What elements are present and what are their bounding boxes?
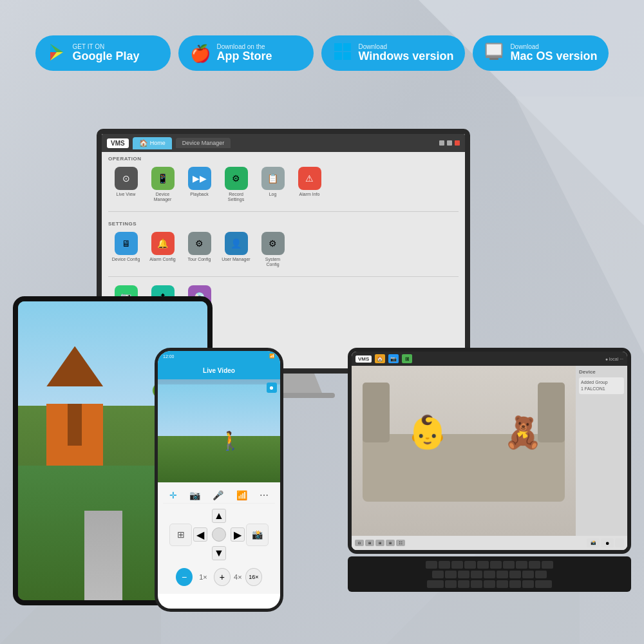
phone-ctrl-ptz[interactable]: ✛ — [169, 490, 177, 500]
app-store-button[interactable]: 🍎 Download on the App Store — [178, 35, 314, 71]
vms-ctrl-max[interactable] — [447, 140, 452, 146]
vms-icon-devicemgr[interactable]: 📱 Device Manager — [148, 167, 177, 203]
vms-icon-playback[interactable]: ▶▶ Playback — [185, 167, 214, 203]
phone-dpad-right[interactable]: ▶ — [231, 527, 245, 542]
house — [28, 346, 122, 481]
kb-key-s[interactable] — [445, 571, 457, 578]
kb-key-j[interactable] — [509, 571, 521, 578]
kb-key-t[interactable] — [477, 561, 489, 569]
tr-status: ● local ··· — [605, 357, 623, 361]
tr-btn-4x4[interactable]: ⊞ — [386, 540, 395, 546]
phone-snap-btn[interactable]: 📸 — [246, 524, 269, 546]
kb-key-m[interactable] — [522, 580, 534, 588]
windows-icon — [333, 42, 352, 64]
kb-key-w[interactable] — [439, 561, 450, 569]
kb-key-b[interactable] — [497, 580, 508, 588]
vms-operation-label: OPERATION — [102, 152, 465, 164]
phone-dpad-center[interactable] — [212, 527, 226, 542]
kb-key-g[interactable] — [484, 571, 495, 578]
vms-icon-usermgr[interactable]: 👤 User Manager — [222, 232, 251, 268]
kb-key-k[interactable] — [522, 571, 534, 578]
macos-button[interactable]: Download Mac OS version — [473, 35, 609, 71]
vms-icon-log-box: 📋 — [261, 167, 285, 190]
kb-key-d[interactable] — [458, 571, 469, 578]
kb-key-u[interactable] — [503, 561, 515, 569]
phone-signal: 📶 — [269, 354, 275, 359]
teddy-bear: 🧸 — [504, 415, 542, 451]
kb-key-q[interactable] — [426, 561, 437, 569]
phone-ctrl-cam[interactable]: 📷 — [189, 490, 200, 500]
vms-icon-alarm[interactable]: ⚠ Alarm Info — [295, 167, 324, 203]
google-play-button[interactable]: GET IT ON Google Play — [35, 35, 171, 71]
macos-text: Download Mac OS version — [510, 43, 597, 63]
vms-ctrl-close[interactable] — [455, 140, 460, 146]
vms-ctrl-min[interactable] — [439, 140, 444, 146]
vms-icon-log[interactable]: 📋 Log — [258, 167, 287, 203]
tr-tab-icon3[interactable]: ⊞ — [402, 354, 412, 363]
svg-rect-9 — [487, 44, 501, 55]
kb-key-x[interactable] — [458, 580, 469, 588]
phone-ctrl-mic[interactable]: 🎤 — [213, 490, 223, 500]
vms-icon-record[interactable]: ⚙ Record Settings — [222, 167, 251, 203]
phone-screen: 12:00 📶 Live Video 🚶 ⏺ — [158, 351, 280, 609]
tr-logo: VMS — [355, 355, 372, 363]
tr-btn-2x2[interactable]: ⊞ — [365, 540, 374, 546]
kb-key-y[interactable] — [490, 561, 502, 569]
kb-row-1 — [352, 561, 627, 569]
tr-rec-btn[interactable]: ⏺ — [601, 538, 614, 547]
google-play-big: Google Play — [73, 50, 140, 63]
phone-dpad-left[interactable]: ◀ — [193, 527, 207, 542]
phone-dpad-down[interactable]: ▼ — [212, 546, 226, 560]
phone-zoom-out[interactable]: − — [176, 568, 193, 586]
kb-key-c[interactable] — [471, 580, 482, 588]
phone-dpad-up[interactable]: ▲ — [212, 509, 226, 523]
kb-key-n[interactable] — [509, 580, 521, 588]
phone-ctrl-more[interactable]: ⋯ — [260, 490, 269, 500]
kb-row-3 — [352, 580, 627, 588]
vms-tab-home[interactable]: 🏠 Home — [133, 137, 172, 149]
kb-key-backspace[interactable] — [535, 580, 552, 588]
kb-key-v[interactable] — [484, 580, 495, 588]
vms-operation-icons: ⊙ Live View 📱 Device Manager ▶▶ Playback… — [102, 164, 465, 206]
vms-settings-icons: 🖥 Device Config 🔔 Alarm Config ⚙ Tour Co… — [102, 229, 465, 271]
vms-icon-alarmcfg[interactable]: 🔔 Alarm Config — [148, 232, 177, 268]
kb-key-shift[interactable] — [427, 580, 444, 588]
app-store-big: App Store — [217, 50, 272, 63]
tr-sidebar-item[interactable]: Added Group1 FALCON1 — [579, 377, 624, 394]
vms-icon-syscfg[interactable]: ⚙ System Config — [258, 232, 287, 268]
phone-video: 🚶 ⏺ — [158, 379, 280, 482]
tablet-right: VMS 🏠 📷 ⊞ ● local ··· — [348, 348, 631, 592]
vms-icon-tourcfg[interactable]: ⚙ Tour Config — [185, 232, 214, 268]
kb-key-i[interactable] — [516, 561, 527, 569]
vms-icon-liveview[interactable]: ⊙ Live View — [111, 167, 140, 203]
tr-tab-icon2[interactable]: 📷 — [388, 354, 399, 363]
tr-misc-btn1[interactable] — [615, 538, 624, 547]
phone-sky — [158, 384, 280, 436]
phone-ctrl-wifi[interactable]: 📶 — [236, 490, 247, 500]
windows-button[interactable]: Download Windows version — [321, 35, 466, 71]
phone-zoom-16x[interactable]: 16× — [245, 568, 262, 586]
vms-divider2 — [108, 276, 459, 277]
tr-tab-icon1[interactable]: 🏠 — [375, 354, 385, 363]
kb-key-o[interactable] — [529, 561, 540, 569]
kb-key-z[interactable] — [445, 580, 457, 588]
tr-snap-btn[interactable]: 📸 — [587, 538, 600, 547]
tr-btn-full[interactable]: ⛶ — [396, 540, 405, 546]
kb-key-e[interactable] — [451, 561, 463, 569]
tr-btn-3x3[interactable]: ⊞ — [375, 540, 384, 546]
pathway — [84, 511, 122, 600]
kb-key-h[interactable] — [497, 571, 508, 578]
tr-btn-1x1[interactable]: ⊡ — [355, 540, 364, 546]
phone-zoom-in[interactable]: + — [214, 568, 231, 586]
kb-key-l[interactable] — [535, 571, 547, 578]
phone-record-btn[interactable]: ⏺ — [267, 383, 277, 393]
phone-app-header: Live Video — [158, 361, 280, 379]
kb-key-r[interactable] — [464, 561, 476, 569]
kb-key-f[interactable] — [471, 571, 482, 578]
tr-content: 👶 🧸 Device Added Group1 FALCON1 — [352, 366, 627, 536]
vms-icon-devcfg[interactable]: 🖥 Device Config — [111, 232, 140, 268]
phone-grid-btn[interactable]: ⊞ — [169, 524, 192, 546]
kb-key-a[interactable] — [432, 571, 444, 578]
kb-key-p[interactable] — [542, 561, 553, 569]
vms-tab-device[interactable]: Device Manager — [176, 138, 231, 148]
